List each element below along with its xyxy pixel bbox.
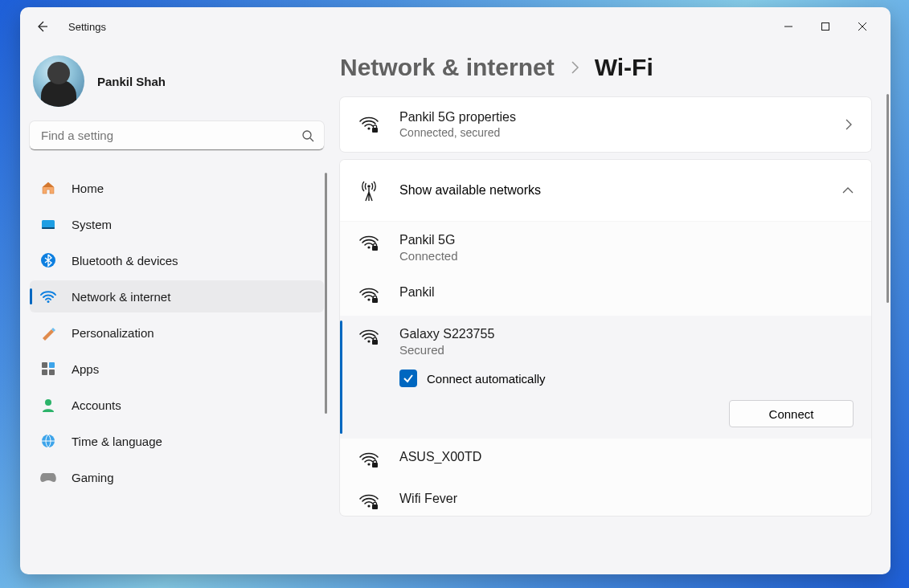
network-status: Connected — [399, 249, 458, 263]
breadcrumb: Network & internet Wi-Fi — [340, 54, 871, 81]
sidebar-item-label: Gaming — [72, 471, 114, 484]
svg-rect-7 — [49, 362, 55, 368]
sidebar-item-accounts[interactable]: Accounts — [30, 389, 324, 421]
checkmark-icon — [403, 373, 414, 384]
maximize-icon — [821, 22, 830, 31]
sidebar-item-time[interactable]: Time & language — [30, 425, 324, 457]
back-button[interactable] — [30, 14, 54, 39]
show-available-networks[interactable]: Show available networks — [340, 160, 871, 222]
chevron-up-icon — [842, 186, 854, 194]
svg-rect-8 — [42, 370, 47, 375]
sidebar-item-apps[interactable]: Apps — [30, 353, 324, 385]
sidebar-item-personalization[interactable]: Personalization — [30, 316, 324, 349]
search-input[interactable] — [30, 121, 324, 150]
apps-icon — [39, 360, 57, 378]
wifi-secured-icon — [358, 492, 380, 511]
connect-automatically-row[interactable]: Connect automatically — [399, 370, 854, 387]
sidebar-item-system[interactable]: System — [30, 208, 324, 240]
wifi-properties-row[interactable]: Pankil 5G properties Connected, secured — [340, 97, 871, 152]
search-icon — [301, 129, 314, 142]
system-icon — [39, 215, 57, 233]
sidebar: Pankil Shah Home — [20, 46, 334, 574]
profile[interactable]: Pankil Shah — [30, 46, 324, 121]
sidebar-nav: Home System Bluetooth & devices — [30, 168, 324, 497]
sidebar-item-label: Accounts — [72, 398, 121, 412]
wifi-secured-icon — [358, 233, 380, 252]
svg-rect-16 — [372, 246, 378, 251]
close-icon — [858, 22, 867, 31]
settings-window: Settings Pankil Shah — [20, 7, 891, 574]
network-ssid: Wifi Fever — [399, 492, 457, 506]
sidebar-item-label: Home — [72, 182, 104, 195]
network-ssid: Galaxy S223755 — [399, 327, 854, 341]
sidebar-item-label: System — [72, 218, 112, 231]
wifi-secured-icon — [358, 285, 380, 304]
svg-rect-22 — [372, 463, 378, 468]
network-ssid: ASUS_X00TD — [399, 450, 481, 464]
home-icon — [39, 179, 57, 197]
profile-name: Pankil Shah — [97, 75, 166, 88]
sidebar-item-network[interactable]: Network & internet — [30, 280, 324, 312]
breadcrumb-parent[interactable]: Network & internet — [340, 54, 555, 81]
properties-subtitle: Connected, secured — [399, 126, 516, 139]
titlebar: Settings — [20, 7, 891, 46]
sidebar-item-gaming[interactable]: Gaming — [30, 461, 324, 493]
svg-rect-18 — [372, 298, 378, 303]
network-item[interactable]: ASUS_X00TD — [340, 439, 871, 480]
wifi-properties-card[interactable]: Pankil 5G properties Connected, secured — [340, 97, 871, 152]
antenna-icon — [358, 179, 380, 202]
chevron-right-icon — [844, 119, 854, 130]
sidebar-item-bluetooth[interactable]: Bluetooth & devices — [30, 244, 324, 276]
svg-point-10 — [45, 399, 51, 406]
svg-rect-24 — [372, 504, 378, 509]
chevron-right-icon — [569, 60, 580, 75]
accounts-icon — [39, 396, 57, 414]
minimize-button[interactable] — [770, 14, 807, 39]
svg-point-17 — [367, 298, 370, 300]
svg-point-23 — [367, 504, 370, 507]
wifi-secured-icon — [358, 115, 380, 134]
sidebar-item-label: Network & internet — [72, 290, 170, 304]
back-arrow-icon — [35, 20, 48, 33]
search-box[interactable] — [30, 121, 324, 150]
connect-auto-checkbox[interactable] — [399, 370, 417, 387]
svg-point-21 — [367, 463, 370, 465]
bluetooth-icon — [39, 251, 57, 269]
minimize-icon — [784, 22, 793, 31]
svg-rect-13 — [372, 128, 378, 133]
network-item-selected[interactable]: Galaxy S223755 Secured Connect automatic… — [340, 316, 871, 439]
svg-point-1 — [303, 131, 311, 139]
window-controls — [770, 14, 881, 39]
svg-rect-0 — [822, 23, 829, 31]
connect-auto-label: Connect automatically — [427, 372, 546, 386]
network-status: Secured — [399, 343, 854, 357]
gaming-icon — [39, 468, 57, 486]
main-content: Network & internet Wi-Fi Pankil 5G prope… — [334, 46, 891, 574]
network-item[interactable]: Pankil — [340, 274, 871, 316]
svg-rect-3 — [42, 227, 55, 229]
available-networks-title: Show available networks — [399, 183, 541, 198]
properties-title: Pankil 5G properties — [399, 110, 516, 125]
connect-button[interactable]: Connect — [729, 400, 854, 427]
wifi-secured-icon — [358, 327, 380, 346]
svg-rect-20 — [372, 340, 378, 345]
breadcrumb-current: Wi-Fi — [595, 54, 653, 81]
svg-point-12 — [367, 127, 370, 129]
maximize-button[interactable] — [807, 14, 844, 39]
wifi-icon — [39, 288, 57, 305]
network-ssid: Pankil 5G — [399, 233, 458, 247]
network-item[interactable]: Pankil 5G Connected — [340, 222, 871, 274]
sidebar-item-label: Personalization — [72, 326, 154, 340]
network-item[interactable]: Wifi Fever — [340, 480, 871, 516]
close-button[interactable] — [844, 14, 881, 39]
app-body: Pankil Shah Home — [20, 46, 891, 574]
sidebar-scrollbar[interactable] — [325, 173, 327, 414]
svg-rect-9 — [49, 370, 55, 375]
connect-button-label: Connect — [769, 407, 814, 421]
main-scrollbar[interactable] — [886, 94, 889, 303]
svg-point-14 — [367, 185, 371, 188]
wifi-secured-icon — [358, 450, 380, 469]
network-ssid: Pankil — [399, 285, 435, 300]
sidebar-item-home[interactable]: Home — [30, 172, 324, 204]
sidebar-item-label: Time & language — [72, 435, 162, 448]
